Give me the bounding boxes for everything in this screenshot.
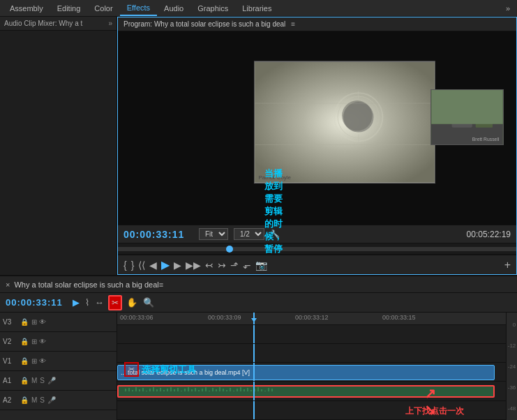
go-to-out-button[interactable]: ↣ <box>218 260 226 271</box>
svg-text:Brett Russell: Brett Russell <box>472 137 500 142</box>
svg-point-3 <box>342 100 372 130</box>
play-button[interactable]: ▶ <box>161 258 170 271</box>
playhead-v2 <box>253 344 255 362</box>
monitor-timecode-display[interactable]: 00:00:33:11 <box>123 229 193 240</box>
step-fwd-button[interactable]: ▶▶ <box>186 260 201 271</box>
track-a2-s[interactable]: S <box>39 396 45 404</box>
main-video-frame: Patrick Coyle <box>254 61 435 183</box>
nav-more-button[interactable]: » <box>502 4 514 13</box>
playhead-triangle <box>251 318 257 322</box>
track-row-v3: V3 🔒 ⊞ 👁 <box>0 313 117 332</box>
svg-text:Patrick Coyle: Patrick Coyle <box>258 174 291 180</box>
nav-assembly[interactable]: Assembly <box>3 1 50 15</box>
content-row-v3 <box>117 325 506 344</box>
content-row-a1: ↗ <box>117 382 506 400</box>
scroll-num-3: -36 <box>508 384 516 391</box>
monitor-controls: { } ⟨⟨ ◀ ▶ ▶ ▶▶ ↢ ↣ ⬏ ⬐ 📷 + <box>118 255 516 274</box>
track-v2-eye[interactable]: 👁 <box>39 338 46 345</box>
left-panel-expand-icon[interactable]: » <box>108 20 112 27</box>
program-monitor: Program: Why a total solar eclipse is su… <box>117 17 517 275</box>
monitor-end-timecode: 00:05:22:19 <box>467 230 511 239</box>
track-v1-settings[interactable]: ⊞ <box>31 357 38 365</box>
step-back-button[interactable]: ⟨⟨ <box>138 260 145 271</box>
track-v3-settings[interactable]: ⊞ <box>31 318 38 326</box>
nav-libraries[interactable]: Libraries <box>235 1 278 15</box>
zoom-tool-button[interactable]: 🔍 <box>142 296 156 309</box>
annotation-blue-container: ✂ 选择剪切工具 <box>124 362 196 377</box>
track-a1-lock[interactable]: 🔒 <box>20 377 29 384</box>
lift-button[interactable]: 📷 <box>255 260 267 271</box>
timeline-menu-icon[interactable]: ≡ <box>159 280 163 289</box>
track-v2-lock[interactable]: 🔒 <box>20 338 29 345</box>
nav-graphics[interactable]: Graphics <box>190 1 235 15</box>
svg-rect-14 <box>431 90 502 124</box>
track-v3-eye[interactable]: 👁 <box>39 318 46 326</box>
select-tool-button[interactable]: ▶ <box>71 296 81 309</box>
nav-effects[interactable]: Effects <box>120 1 157 16</box>
ruler-mark-0: 00:00:33:06 <box>120 314 153 321</box>
mark-in-button[interactable]: { <box>123 260 127 271</box>
nav-color[interactable]: Color <box>87 1 119 15</box>
annotation-arrow-top: ↗ <box>424 385 436 402</box>
monitor-timecode-bar: 00:00:33:11 Fit 1/2 🔧 00:05:22:19 <box>118 225 516 243</box>
playhead-a2 <box>253 401 255 419</box>
timeline-close-button[interactable]: × <box>6 280 10 289</box>
track-v2-settings[interactable]: ⊞ <box>31 338 38 345</box>
track-a1-s[interactable]: S <box>39 377 45 384</box>
scroll-num-4: -48 <box>508 405 516 412</box>
track-a1-mic[interactable]: 🎤 <box>47 377 57 384</box>
track-v1-eye[interactable]: 👁 <box>39 357 46 365</box>
track-label-a1: A1 <box>3 377 18 384</box>
wrench-icon[interactable]: 🔧 <box>270 230 280 239</box>
hand-tool-button[interactable]: ✋ <box>125 296 139 309</box>
track-a2-mic[interactable]: 🎤 <box>47 396 57 404</box>
ruler-mark-2: 00:00:33:12 <box>295 314 329 321</box>
track-v3-lock[interactable]: 🔒 <box>20 318 29 326</box>
track-row-a1: A1 🔒 M S 🎤 <box>0 371 117 391</box>
ripple-edit-tool-button[interactable]: ⌇ <box>84 296 91 309</box>
frame-fwd-button[interactable]: ▶ <box>174 260 181 271</box>
nav-editing[interactable]: Editing <box>50 1 88 15</box>
add-button[interactable]: + <box>504 259 511 271</box>
timeline-toolbar: 00:00:33:11 ▶ ⌇ ↔ ✂ ✋ 🔍 <box>0 293 517 313</box>
timecode-ruler: 00:00:33:06 00:00:33:09 00:00:33:12 00:0… <box>117 313 506 325</box>
track-a2-lock[interactable]: 🔒 <box>20 396 29 404</box>
top-nav: Assembly Editing Color Effects Audio Gra… <box>0 0 517 17</box>
overwrite-button[interactable]: ⬐ <box>243 260 251 271</box>
content-row-v2 <box>117 344 506 363</box>
track-select-tool-button[interactable]: ↔ <box>93 296 105 309</box>
frame-back-button[interactable]: ◀ <box>149 260 157 271</box>
playhead-scrub-bar[interactable] <box>118 243 516 255</box>
track-a1-m[interactable]: M <box>31 377 38 384</box>
timeline-body: V3 🔒 ⊞ 👁 V2 🔒 ⊞ 👁 V1 🔒 ⊞ 👁 A1 <box>0 313 517 420</box>
track-row-v2: V2 🔒 ⊞ 👁 <box>0 332 117 352</box>
track-row-v1: V1 🔒 ⊞ 👁 <box>0 352 117 371</box>
timeline-timecode[interactable]: 00:00:33:11 <box>6 297 63 308</box>
timeline-header: × Why a total solar eclipse is such a bi… <box>0 276 517 293</box>
nav-audio[interactable]: Audio <box>157 1 190 15</box>
mark-out-button[interactable]: } <box>131 260 135 271</box>
scroll-num-1: -12 <box>508 343 516 349</box>
track-a2-m[interactable]: M <box>31 396 38 404</box>
left-panel-header: Audio Clip Mixer: Why a t » <box>0 17 117 31</box>
track-label-v1: V1 <box>3 357 18 365</box>
a1-clip-bar[interactable] <box>117 385 495 398</box>
insert-button[interactable]: ⬏ <box>230 260 239 271</box>
timeline-title: Why a total solar eclipse is such a big … <box>14 280 158 289</box>
track-label-v3: V3 <box>3 318 18 326</box>
left-panel: Audio Clip Mixer: Why a t » <box>0 17 117 275</box>
track-label-a2: A2 <box>3 396 18 404</box>
scrub-track <box>118 247 516 251</box>
scale-dropdown[interactable]: 1/2 <box>234 228 264 240</box>
razor-tool-button[interactable]: ✂ <box>108 295 122 310</box>
ruler-mark-1: 00:00:33:09 <box>208 314 241 321</box>
track-scroll-area: 0 -12 -24 -36 -48 <box>506 313 517 420</box>
video-thumb-content: Brett Russell <box>431 90 503 144</box>
scroll-num-2: -24 <box>508 363 516 370</box>
fit-dropdown[interactable]: Fit <box>199 228 228 240</box>
audio-clip-mixer-title: Audio Clip Mixer: Why a t <box>4 20 82 27</box>
monitor-menu-icon[interactable]: ≡ <box>291 20 295 28</box>
playhead-thumb[interactable] <box>226 246 233 253</box>
go-to-in-button[interactable]: ↢ <box>205 260 213 271</box>
track-v1-lock[interactable]: 🔒 <box>20 357 29 365</box>
